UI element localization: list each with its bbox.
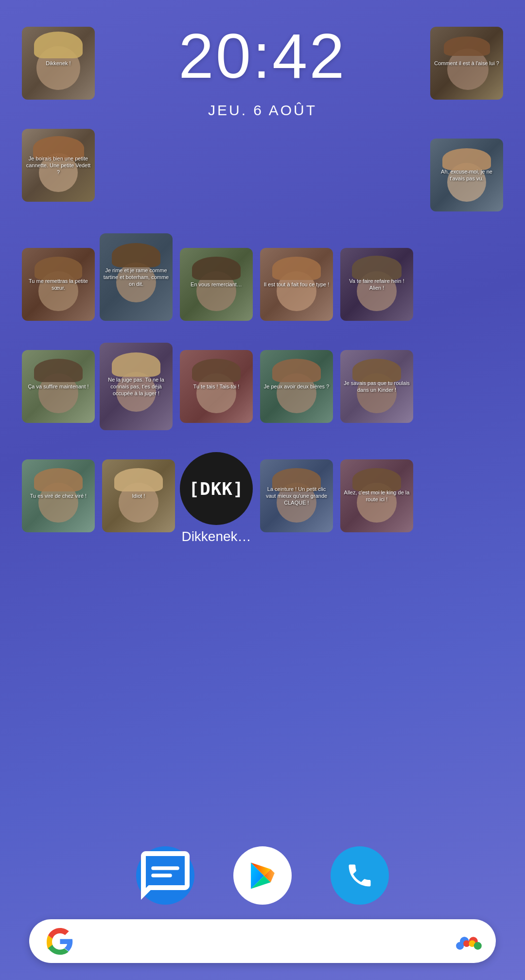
app-icon-la-ceinture-label: La ceinture ! Un petit clic vaut mieux q… [260, 459, 333, 532]
app-icon-je-savais-pas-label: Je savais pas que tu roulais dans un Kin… [340, 350, 413, 423]
app-icon-ne-la-juge-label: Ne la juge pas. Tu ne la connais pas, t'… [100, 343, 173, 430]
app-icon-idiot[interactable]: Idiot ! [102, 459, 175, 532]
app-icon-ah-excuse-label: Ah, excuse-moi, je ne t'avais pas vu. [430, 139, 503, 211]
app-icon-je-savais-pas[interactable]: Je savais pas que tu roulais dans un Kin… [340, 350, 413, 423]
google-assistant-svg [455, 928, 482, 955]
app-icon-idiot-label: Idiot ! [102, 459, 175, 532]
app-icon-ca-va-suffire-label: Ça va suffire maintenant ! [22, 350, 95, 423]
app-icon-je-rime-label: Je rime et je rame comme tartine et bote… [100, 233, 173, 321]
clock-display: 20:42 [178, 19, 346, 92]
app-icon-ca-va-suffire[interactable]: Ça va suffire maintenant ! [22, 350, 95, 423]
app-icon-va-te-faire[interactable]: Va te faire refaire hein ! Alien ! [340, 248, 413, 321]
google-assistant-icon[interactable] [455, 928, 482, 955]
messages-svg-icon [136, 846, 194, 905]
dock-phone-icon[interactable] [331, 846, 389, 905]
dock-play-icon[interactable] [233, 846, 292, 905]
app-icon-tu-me-remettras-label: Tu me remettras la petite sœur. [22, 248, 95, 321]
dock-messages-icon[interactable] [136, 846, 194, 905]
app-icon-je-peux-avoir[interactable]: Je peux avoir deux bières ? [260, 350, 333, 423]
app-icon-tu-me-remettras[interactable]: Tu me remettras la petite sœur. [22, 248, 95, 321]
app-icon-je-boirais-label: Je boirais bien une petite cannette. Une… [22, 129, 95, 202]
app-icon-ne-la-juge[interactable]: Ne la juge pas. Tu ne la connais pas, t'… [100, 343, 173, 430]
app-icon-tu-te-tais-label: Tu te tais ! Tais-toi ! [180, 350, 253, 423]
app-icon-ah-excuse[interactable]: Ah, excuse-moi, je ne t'avais pas vu. [430, 139, 503, 211]
date-display: JEU. 6 AOÛT [208, 102, 317, 119]
dkk-circle-logo: [DKK] [180, 452, 253, 525]
app-icon-je-boirais[interactable]: Je boirais bien une petite cannette. Une… [22, 129, 95, 202]
app-icon-dikkenek-app[interactable]: [DKK] Dikkenek… [180, 452, 253, 544]
app-icon-je-rime[interactable]: Je rime et je rame comme tartine et bote… [100, 233, 173, 321]
app-icon-va-te-faire-label: Va te faire refaire hein ! Alien ! [340, 248, 413, 321]
app-icon-il-est-tout-label: Il est tout à fait fou ce type ! [260, 248, 333, 321]
app-icon-dikkenek-label: Dikkenek ! [22, 27, 95, 100]
google-logo [43, 924, 77, 958]
dkk-label: Dikkenek… [181, 529, 251, 544]
app-icon-tu-te-tais[interactable]: Tu te tais ! Tais-toi ! [180, 350, 253, 423]
svg-point-7 [456, 942, 464, 949]
app-icon-la-ceinture[interactable]: La ceinture ! Un petit clic vaut mieux q… [260, 459, 333, 532]
play-store-svg-icon [247, 860, 279, 892]
app-icon-je-peux-avoir-label: Je peux avoir deux bières ? [260, 350, 333, 423]
svg-point-10 [473, 942, 481, 949]
app-icon-en-vous-remerciant-label: En vous remerciant… [180, 248, 253, 321]
app-icon-tu-es-vire-label: Tu es viré de chez viré ! [22, 459, 95, 532]
app-icon-allez-cest-moi[interactable]: Allez, c'est moi le king de la route ici… [340, 459, 413, 532]
app-icon-comment-il[interactable]: Comment il est à l'aise lui ? [430, 27, 503, 100]
app-dock [136, 846, 389, 905]
phone-svg-icon [345, 861, 374, 890]
google-search-bar[interactable] [29, 919, 496, 963]
app-icon-tu-es-vire[interactable]: Tu es viré de chez viré ! [22, 459, 95, 532]
app-icon-allez-cest-moi-label: Allez, c'est moi le king de la route ici… [340, 459, 413, 532]
app-icon-comment-il-label: Comment il est à l'aise lui ? [430, 27, 503, 100]
app-icon-en-vous-remerciant[interactable]: En vous remerciant… [180, 248, 253, 321]
app-icon-il-est-tout[interactable]: Il est tout à fait fou ce type ! [260, 248, 333, 321]
app-icon-dikkenek[interactable]: Dikkenek ! [22, 27, 95, 100]
google-g-svg [47, 928, 73, 955]
